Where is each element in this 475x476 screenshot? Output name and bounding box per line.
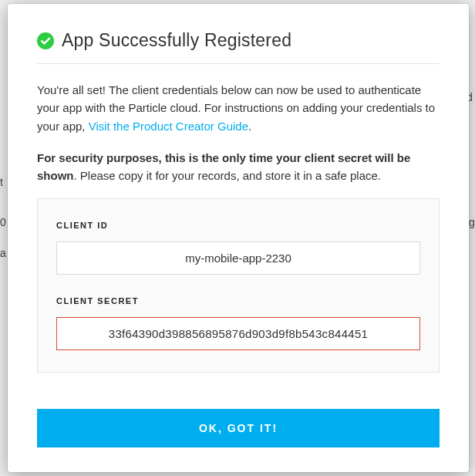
- modal-footer: OK, GOT IT!: [37, 387, 440, 447]
- client-id-field[interactable]: [56, 241, 420, 275]
- modal-body: You're all set! The client credentials b…: [37, 64, 440, 373]
- client-id-group: CLIENT ID: [56, 219, 420, 275]
- intro-paragraph: You're all set! The client credentials b…: [37, 81, 440, 135]
- modal-header: App Successfully Registered: [37, 30, 440, 64]
- success-modal: App Successfully Registered You're all s…: [8, 4, 469, 472]
- security-rest: . Please copy it for your records, and s…: [74, 169, 382, 182]
- ok-got-it-button[interactable]: OK, GOT IT!: [37, 409, 440, 447]
- client-secret-group: CLIENT SECRET: [56, 295, 420, 350]
- client-id-label: CLIENT ID: [56, 219, 420, 232]
- client-secret-field[interactable]: [56, 317, 420, 350]
- check-circle-icon: [37, 32, 54, 49]
- intro-suffix: .: [248, 120, 251, 133]
- svg-point-0: [37, 32, 54, 49]
- modal-title: App Successfully Registered: [62, 30, 291, 51]
- credentials-box: CLIENT ID CLIENT SECRET: [37, 198, 440, 373]
- security-paragraph: For security purposes, this is the only …: [37, 149, 440, 185]
- product-creator-guide-link[interactable]: Visit the Product Creator Guide: [89, 120, 248, 133]
- client-secret-label: CLIENT SECRET: [56, 295, 420, 308]
